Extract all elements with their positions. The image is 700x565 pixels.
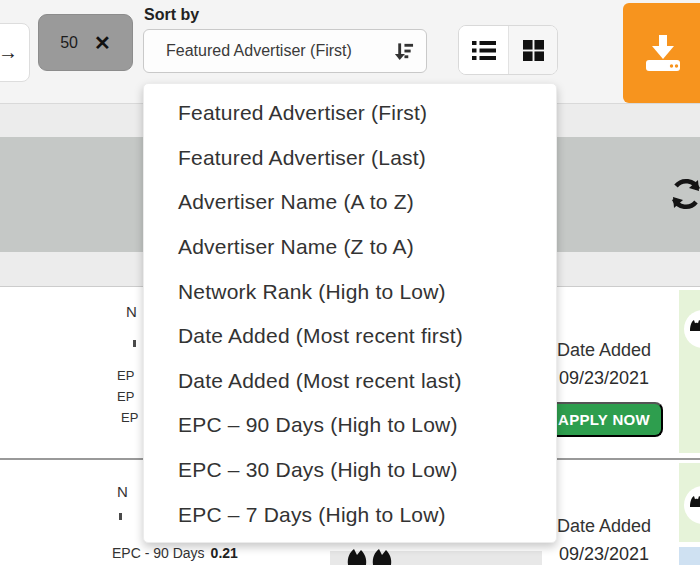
clipped-text-fragment	[133, 340, 136, 347]
epc-label-fragment: EP	[117, 389, 134, 404]
epc-label-fragment: EP	[117, 368, 134, 383]
sort-menu-item[interactable]: Featured Advertiser (Last)	[144, 136, 556, 181]
megaphone-icon	[689, 494, 700, 507]
sort-menu-item[interactable]: Advertiser Name (Z to A)	[144, 225, 556, 270]
epc-90-days-label: EPC - 90 Days	[112, 545, 205, 561]
sort-amount-down-icon	[393, 41, 414, 62]
download-button[interactable]	[623, 3, 700, 103]
sort-dropdown-menu: Featured Advertiser (First) Featured Adv…	[143, 83, 557, 543]
sort-menu-item[interactable]: Date Added (Most recent first)	[144, 314, 556, 359]
date-added-value: 09/23/2021	[545, 544, 663, 565]
date-added-value: 09/23/2021	[545, 368, 663, 389]
logo-panel-blue-strip	[679, 547, 700, 565]
refresh-button[interactable]	[668, 176, 700, 212]
clear-icon[interactable]: ✕	[94, 31, 111, 55]
sort-by-label: Sort by	[144, 6, 199, 24]
epc-90-days-row: EPC - 90 Days0.21	[112, 545, 238, 561]
next-page-button[interactable]: →	[0, 23, 30, 82]
view-toggle-group	[458, 25, 558, 75]
sort-menu-item[interactable]: EPC – 30 Days (High to Low)	[144, 448, 556, 493]
page-size-chip[interactable]: 50 ✕	[38, 14, 133, 71]
apply-now-button[interactable]: APPLY NOW	[545, 402, 663, 437]
epc-label-fragment: EP	[121, 410, 138, 425]
date-added-label: Date Added	[545, 516, 663, 537]
grid-view-button[interactable]	[508, 26, 557, 74]
sort-menu-item[interactable]: EPC – 7 Days (High to Low)	[144, 492, 556, 537]
list-view-icon	[472, 41, 496, 60]
sort-menu-item[interactable]: Network Rank (High to Low)	[144, 269, 556, 314]
download-icon	[643, 33, 683, 73]
sort-menu-item[interactable]: EPC – 90 Days (High to Low)	[144, 403, 556, 448]
sort-menu-item[interactable]: Advertiser Name (A to Z)	[144, 180, 556, 225]
sort-select-button[interactable]: Featured Advertiser (First)	[143, 29, 427, 73]
date-added-label: Date Added	[545, 340, 663, 361]
arrow-right-icon: →	[0, 41, 18, 64]
sort-select-value: Featured Advertiser (First)	[166, 42, 393, 60]
megaphone-icon	[689, 318, 700, 331]
epc-90-days-value: 0.21	[211, 545, 238, 561]
sort-menu-item[interactable]: Date Added (Most recent last)	[144, 359, 556, 404]
advertiser-name-fragment: N	[117, 483, 128, 500]
grid-view-icon	[523, 40, 544, 61]
advertiser-logo-image	[346, 549, 396, 565]
refresh-icon	[668, 176, 700, 212]
list-view-button[interactable]	[459, 26, 508, 74]
page-size-value: 50	[60, 34, 78, 52]
sort-menu-item[interactable]: Featured Advertiser (First)	[144, 91, 556, 136]
clipped-text-fragment	[119, 513, 122, 520]
advertiser-name-fragment: N	[126, 303, 137, 320]
